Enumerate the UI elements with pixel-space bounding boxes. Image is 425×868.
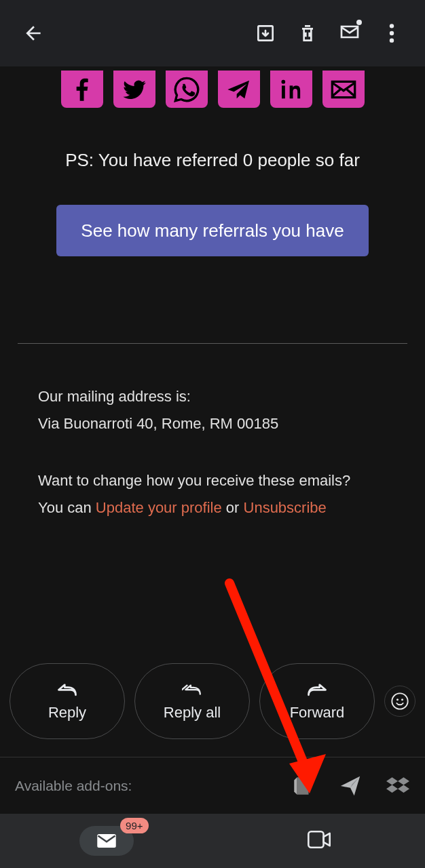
social-share-row [14,66,411,108]
addon-2[interactable] [338,774,363,798]
telegram-icon [225,76,253,103]
forward-button[interactable]: Forward [259,663,375,739]
referrals-cta-button[interactable]: See how many referrals you have [56,205,369,256]
svg-point-1 [390,31,394,35]
mail-nav-icon [96,833,117,849]
svg-point-3 [392,693,407,709]
arrow-left-icon [22,22,44,44]
reply-label: Reply [48,704,86,722]
svg-point-0 [390,24,394,28]
svg-point-4 [396,698,399,701]
forward-label: Forward [290,704,345,722]
share-facebook[interactable] [61,71,103,108]
nav-mail[interactable]: 99+ [0,814,212,868]
addon-3[interactable] [386,774,410,798]
mark-unread-button[interactable] [329,12,371,54]
reply-icon [57,681,77,697]
forward-icon [307,681,327,697]
back-button[interactable] [12,12,54,54]
address-value: Via Buonarroti 40, Rome, RM 00185 [38,410,387,437]
update-profile-link[interactable]: Update your profile [96,499,222,516]
email-footer: Our mailing address is: Via Buonarroti 4… [14,344,411,521]
share-linkedin[interactable] [270,71,312,108]
top-app-bar [0,0,425,66]
smile-icon [390,692,409,711]
change-question: Want to change how you receive these ema… [38,467,387,494]
nav-meet[interactable] [212,814,425,868]
share-email[interactable] [322,71,365,108]
trash-icon [297,22,318,44]
facebook-icon [69,76,96,103]
svg-rect-7 [308,831,323,848]
email-body: PS: You have referred 0 people so far Se… [0,66,425,521]
unread-badge: 99+ [120,818,148,833]
linkedin-icon [278,76,305,103]
svg-point-5 [401,698,403,701]
message-action-row: Reply Reply all Forward [0,663,425,739]
reply-button[interactable]: Reply [10,663,125,739]
delete-button[interactable] [287,12,329,54]
reply-all-button[interactable]: Reply all [134,663,250,739]
share-twitter[interactable] [113,71,155,108]
addon-1[interactable] [291,774,315,798]
archive-button[interactable] [244,12,287,54]
reply-all-icon [182,681,202,697]
whatsapp-icon [173,76,200,103]
emoji-reaction-button[interactable] [384,686,415,717]
address-label: Our mailing address is: [38,383,387,410]
unread-dot-icon [356,20,362,25]
share-telegram[interactable] [218,71,260,108]
addon-cube-icon [291,774,314,797]
dropbox-icon [386,774,409,797]
video-icon [308,830,331,849]
archive-icon [255,22,276,44]
ps-text: PS: You have referred 0 people so far [14,150,411,171]
email-icon [330,76,357,103]
bottom-nav: 99+ [0,814,425,868]
unsubscribe-line: You can Update your profile or Unsubscri… [38,494,387,521]
share-whatsapp[interactable] [166,71,208,108]
addons-strip: Available add-ons: [0,757,425,814]
unsubscribe-link[interactable]: Unsubscribe [244,499,327,516]
more-vertical-icon [389,22,394,44]
svg-point-2 [390,38,394,42]
addons-label: Available add-ons: [15,778,267,794]
reply-all-label: Reply all [164,704,221,722]
paper-plane-icon [339,774,362,797]
twitter-icon [121,76,148,103]
more-menu-button[interactable] [371,12,413,54]
